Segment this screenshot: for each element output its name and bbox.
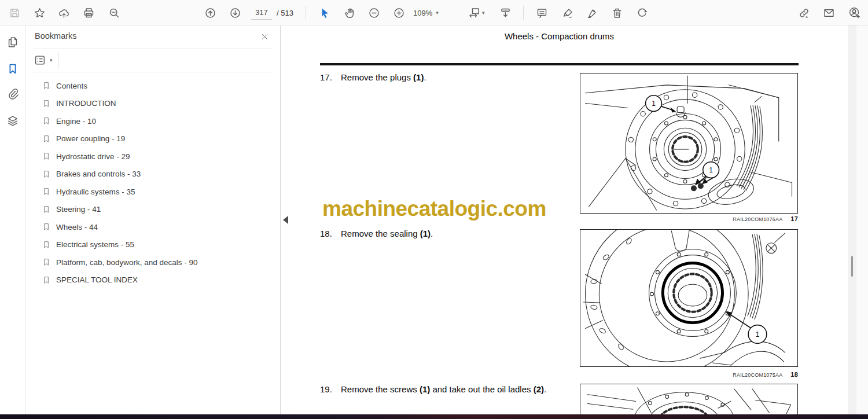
comment-button[interactable]: [533, 4, 550, 21]
page-up-icon: [204, 7, 216, 19]
thumbnails-button[interactable]: [5, 35, 20, 50]
save-button[interactable]: [6, 4, 23, 21]
bookmark-icon: [42, 134, 51, 144]
bookmarks-button[interactable]: [5, 61, 20, 76]
favorite-button[interactable]: [31, 4, 48, 21]
collapse-sidebar-chevron[interactable]: [283, 216, 288, 224]
bookmark-icon: [42, 240, 51, 249]
figure-code: RAIL20COM1076AA: [733, 216, 782, 222]
bookmark-icon: [42, 205, 51, 214]
step-number: 19.: [320, 384, 341, 394]
fit-page-icon: [468, 7, 480, 19]
bookmark-item-special-tool-index[interactable]: SPECIAL TOOL INDEX: [42, 271, 273, 289]
page-total-label: / 513: [277, 0, 293, 25]
zoom-in-icon: [393, 7, 405, 19]
bookmark-item-hydraulic-systems[interactable]: Hydraulic systems - 35: [42, 183, 273, 201]
comment-icon: [536, 7, 548, 19]
divider: [58, 52, 58, 69]
rotate-icon: [636, 7, 648, 19]
star-icon: [34, 7, 46, 19]
zoom-level-dropdown[interactable]: 109% ▾: [413, 0, 439, 25]
figure-18-caption: RAIL20COM1075AA18: [580, 371, 798, 378]
list-options-icon: [34, 54, 46, 67]
scrollbar-track[interactable]: [848, 25, 856, 419]
bookmark-item-engine[interactable]: Engine - 10: [42, 112, 273, 130]
bookmark-item-contents[interactable]: Contents: [42, 77, 273, 95]
print-button[interactable]: [80, 4, 97, 21]
close-panel-button[interactable]: [258, 30, 271, 43]
bookmark-icon: [42, 99, 51, 108]
page-up-button[interactable]: [201, 4, 219, 21]
rotate-button[interactable]: [633, 4, 650, 21]
bookmark-item-wheels[interactable]: Wheels - 44: [42, 218, 273, 236]
divider: [34, 49, 273, 49]
bookmark-item-label: SPECIAL TOOL INDEX: [56, 275, 138, 284]
bookmark-item-steering[interactable]: Steering - 41: [42, 201, 273, 219]
bookmark-item-label: Hydraulic systems - 35: [56, 188, 135, 196]
scroll-mode-button[interactable]: [496, 4, 514, 21]
bookmark-item-label: INTRODUCTION: [56, 99, 116, 108]
select-tool-button[interactable]: [316, 4, 333, 21]
bookmark-item-label: Contents: [56, 82, 87, 90]
toolbar-divider: [523, 6, 524, 20]
figure-code: RAIL20COM1075AA: [733, 372, 782, 378]
chevron-down-icon[interactable]: ▾: [482, 10, 485, 16]
step-number: 18.: [320, 229, 341, 238]
trash-icon: [611, 7, 623, 19]
page-down-button[interactable]: [226, 4, 244, 21]
search-button[interactable]: [105, 4, 123, 21]
highlighter-button[interactable]: [559, 4, 576, 21]
save-icon: [9, 7, 21, 19]
chevron-down-icon: ▾: [436, 10, 439, 16]
continuous-scroll-icon: [499, 7, 512, 19]
zoom-out-icon: [368, 7, 380, 19]
profile-add-button[interactable]: [845, 4, 863, 21]
bookmarks-panel-title: Bookmarks: [35, 31, 77, 41]
paperclip-icon: [6, 87, 19, 100]
highlighter-icon: [562, 7, 574, 19]
ink-signature-icon: [586, 7, 598, 19]
hand-tool-button[interactable]: [341, 4, 359, 21]
close-icon: [261, 33, 269, 41]
chevron-down-icon: ▾: [50, 57, 53, 63]
bookmarks-panel: Bookmarks ▾ Contents INTRODUCTION Engine…: [25, 25, 281, 414]
figure-18: 1: [580, 229, 798, 367]
bookmark-item-label: Brakes and controls - 33: [56, 170, 141, 178]
bookmark-item-electrical-systems[interactable]: Electrical systems - 55: [42, 236, 273, 254]
bookmark-item-label: Electrical systems - 55: [56, 240, 134, 249]
bookmark-icon: [42, 170, 51, 179]
zoom-in-button[interactable]: [390, 4, 407, 21]
layers-icon: [6, 115, 19, 127]
page-number-input[interactable]: [251, 6, 272, 20]
fit-page-button[interactable]: [465, 4, 483, 21]
bookmark-item-platform-cab[interactable]: Platform, cab, bodywork, and decals - 90: [42, 253, 273, 271]
bookmark-icon: [42, 152, 51, 161]
scrollbar-thumb[interactable]: [851, 256, 853, 277]
bookmark-item-brakes-controls[interactable]: Brakes and controls - 33: [42, 166, 273, 183]
zoom-out-button[interactable]: [365, 4, 382, 21]
divider: [34, 72, 273, 72]
print-icon: [83, 7, 95, 19]
ink-signature-button[interactable]: [583, 4, 601, 21]
bookmark-options-button[interactable]: ▾: [34, 53, 57, 68]
pdf-toolbar: / 513 109% ▾ ▾: [0, 0, 868, 25]
share-upload-icon: [58, 7, 70, 19]
layers-button[interactable]: [5, 113, 20, 128]
watermark-text: machinecatalogic.com: [322, 197, 546, 221]
email-button[interactable]: [820, 4, 837, 21]
page-down-icon: [229, 7, 241, 19]
bookmark-item-label: Hydrostatic drive - 29: [56, 152, 130, 161]
delete-button[interactable]: [608, 4, 626, 21]
figure-17-caption: RAIL20COM1076AA17: [580, 215, 798, 222]
figure-19-partial: [580, 384, 798, 414]
get-link-button[interactable]: [795, 4, 812, 21]
taskbar-edge: [0, 414, 868, 419]
attachments-button[interactable]: [5, 86, 20, 101]
share-upload-button[interactable]: [55, 4, 72, 21]
bookmark-item-power-coupling[interactable]: Power coupling - 19: [42, 130, 273, 148]
bookmark-item-hydrostatic-drive[interactable]: Hydrostatic drive - 29: [42, 148, 273, 166]
step-17-text: 17.Remove the plugs (1).: [320, 72, 426, 82]
callout-label: 1: [756, 330, 760, 339]
bookmark-icon: [42, 187, 51, 196]
bookmark-item-introduction[interactable]: INTRODUCTION: [42, 95, 273, 113]
